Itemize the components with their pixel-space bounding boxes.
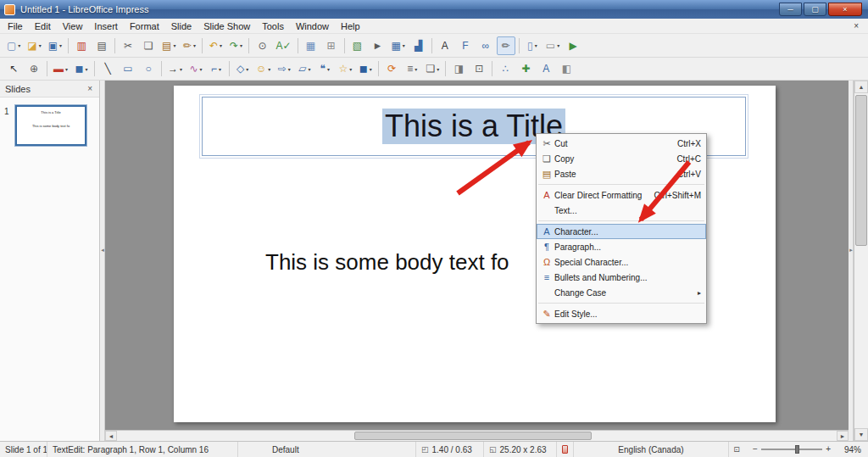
- dropdown-arrow-icon[interactable]: ▾: [370, 66, 372, 72]
- display-grid-button[interactable]: ▦: [302, 36, 320, 55]
- horizontal-scrollbar-track[interactable]: [117, 431, 837, 441]
- slides-panel-close-icon[interactable]: ×: [86, 84, 94, 93]
- dropdown-arrow-icon[interactable]: ▾: [557, 42, 559, 48]
- menu-edit[interactable]: Edit: [29, 20, 57, 33]
- new-slide-button[interactable]: ▯▾: [523, 36, 542, 55]
- menu-item-edit-style[interactable]: ✎ Edit Style...: [537, 306, 706, 321]
- rotate-button[interactable]: ⟳: [382, 59, 401, 78]
- start-slideshow-button[interactable]: ▶: [564, 36, 582, 55]
- slide-body-text[interactable]: This is some body text fo: [265, 249, 509, 276]
- zoom-fit-icon[interactable]: ⊡: [733, 445, 740, 454]
- scroll-right-icon[interactable]: ►: [837, 431, 849, 441]
- menu-window[interactable]: Window: [290, 20, 335, 33]
- crop-image-button[interactable]: ⊡: [470, 59, 488, 78]
- menu-item-special-character[interactable]: Ω Special Character...: [537, 254, 706, 270]
- dropdown-arrow-icon[interactable]: ▾: [240, 42, 242, 48]
- dropdown-arrow-icon[interactable]: ▾: [308, 66, 310, 72]
- hyperlink-button[interactable]: ∞: [476, 36, 495, 55]
- zoom-button[interactable]: ⊕: [25, 59, 43, 78]
- fontwork-button[interactable]: F: [456, 36, 475, 55]
- menu-help[interactable]: Help: [335, 20, 366, 33]
- align-objects-button[interactable]: ≡▾: [403, 59, 421, 78]
- star-shapes-button[interactable]: ☆▾: [336, 59, 354, 78]
- maximize-button[interactable]: ▢: [804, 3, 826, 16]
- slide-thumbnail[interactable]: This is a Title This is some body text f…: [15, 105, 86, 146]
- dropdown-arrow-icon[interactable]: ▾: [85, 66, 87, 72]
- dropdown-arrow-icon[interactable]: ▾: [220, 42, 222, 48]
- spelling-button[interactable]: A✓: [273, 36, 293, 55]
- print-button[interactable]: ▤: [92, 36, 111, 55]
- new-document-button[interactable]: ▢▾: [4, 36, 23, 55]
- ellipse-button[interactable]: ○: [139, 59, 158, 78]
- insert-table-button[interactable]: ▦▾: [389, 36, 408, 55]
- lines-and-arrows-button[interactable]: →▾: [165, 59, 185, 78]
- menu-item-text[interactable]: Text...: [537, 203, 706, 218]
- menu-item-cut[interactable]: ✂ Cut Ctrl+X: [537, 136, 706, 151]
- scroll-up-icon[interactable]: ▲: [854, 81, 868, 93]
- horizontal-scrollbar-thumb[interactable]: [354, 432, 592, 440]
- vertical-scrollbar-track[interactable]: [854, 93, 868, 428]
- status-language[interactable]: English (Canada): [574, 442, 729, 457]
- horizontal-scrollbar[interactable]: ◄ ►: [105, 430, 849, 441]
- dropdown-arrow-icon[interactable]: ▾: [65, 66, 68, 72]
- dropdown-arrow-icon[interactable]: ▾: [268, 66, 270, 72]
- scroll-left-icon[interactable]: ◄: [105, 431, 117, 441]
- dropdown-arrow-icon[interactable]: ▾: [415, 66, 417, 72]
- status-modified[interactable]: [557, 442, 574, 457]
- dropdown-arrow-icon[interactable]: ▾: [535, 42, 537, 48]
- zoom-out-button[interactable]: −: [753, 445, 758, 454]
- flowchart-shapes-button[interactable]: ▱▾: [295, 59, 314, 78]
- minimize-button[interactable]: ─: [779, 3, 802, 16]
- menu-item-copy[interactable]: ❏ Copy Ctrl+C: [537, 151, 706, 166]
- menu-item-character[interactable]: A Character...: [537, 224, 706, 239]
- dropdown-arrow-icon[interactable]: ▾: [219, 66, 221, 72]
- fill-color-button[interactable]: ◼▾: [72, 59, 91, 78]
- export-pdf-button[interactable]: ▥: [72, 36, 91, 55]
- dropdown-arrow-icon[interactable]: ▾: [437, 66, 439, 72]
- collapse-right-icon[interactable]: ▸: [849, 246, 854, 254]
- menu-insert[interactable]: Insert: [88, 20, 124, 33]
- unsaved-changes-icon[interactable]: [562, 445, 568, 454]
- right-panel-splitter[interactable]: ▸: [849, 81, 854, 441]
- slide-layout-button[interactable]: ▭▾: [543, 36, 562, 55]
- menu-item-clear-direct-formatting[interactable]: A Clear Direct Formatting Ctrl+Shift+M: [537, 187, 706, 203]
- menu-item-change-case[interactable]: Change Case ▸: [537, 285, 706, 300]
- zoom-slider[interactable]: − +: [748, 442, 836, 457]
- cut-button[interactable]: ✂: [119, 36, 137, 55]
- symbol-shapes-button[interactable]: ☺▾: [253, 59, 273, 78]
- insert-line-button[interactable]: ╲: [98, 59, 117, 78]
- zoom-percent[interactable]: 94%: [836, 442, 868, 457]
- dropdown-arrow-icon[interactable]: ▾: [246, 66, 248, 72]
- menu-file[interactable]: File: [2, 20, 29, 33]
- glue-points-button[interactable]: ✚: [516, 59, 535, 78]
- shadow-button[interactable]: ◨: [449, 59, 468, 78]
- dropdown-arrow-icon[interactable]: ▾: [18, 42, 20, 48]
- connectors-button[interactable]: ⌐▾: [207, 59, 225, 78]
- fontwork-gallery-button[interactable]: A: [537, 59, 555, 78]
- callout-shapes-button[interactable]: ❝▾: [315, 59, 334, 78]
- select-button[interactable]: ↖: [4, 59, 23, 78]
- edit-points-button[interactable]: ∴: [496, 59, 515, 78]
- menu-tools[interactable]: Tools: [256, 20, 290, 33]
- curve-button[interactable]: ∿▾: [186, 59, 205, 78]
- status-zoom-fit[interactable]: ⊡: [729, 442, 748, 457]
- open-file-button[interactable]: ◪▾: [25, 36, 43, 55]
- save-button[interactable]: ▣▾: [46, 36, 64, 55]
- close-document-icon[interactable]: ×: [846, 21, 866, 31]
- redo-button[interactable]: ↷▾: [226, 36, 245, 55]
- scroll-down-icon[interactable]: ▼: [854, 428, 868, 441]
- paste-button[interactable]: ▤▾: [159, 36, 178, 55]
- dropdown-arrow-icon[interactable]: ▾: [173, 42, 175, 48]
- insert-chart-button[interactable]: ▟: [409, 36, 428, 55]
- rectangle-button[interactable]: ▭: [119, 59, 137, 78]
- dropdown-arrow-icon[interactable]: ▾: [200, 66, 203, 72]
- zoom-in-button[interactable]: +: [826, 445, 831, 454]
- vertical-scrollbar[interactable]: ▲ ▼: [854, 81, 868, 441]
- dropdown-arrow-icon[interactable]: ▾: [327, 66, 330, 72]
- clone-formatting-button[interactable]: ✏▾: [180, 36, 198, 55]
- menu-slide-show[interactable]: Slide Show: [198, 20, 256, 33]
- menu-slide[interactable]: Slide: [165, 20, 198, 33]
- status-style-name[interactable]: Default: [238, 442, 416, 457]
- close-button[interactable]: ×: [828, 3, 862, 16]
- menu-item-paste[interactable]: ▤ Paste Ctrl+V: [537, 166, 706, 181]
